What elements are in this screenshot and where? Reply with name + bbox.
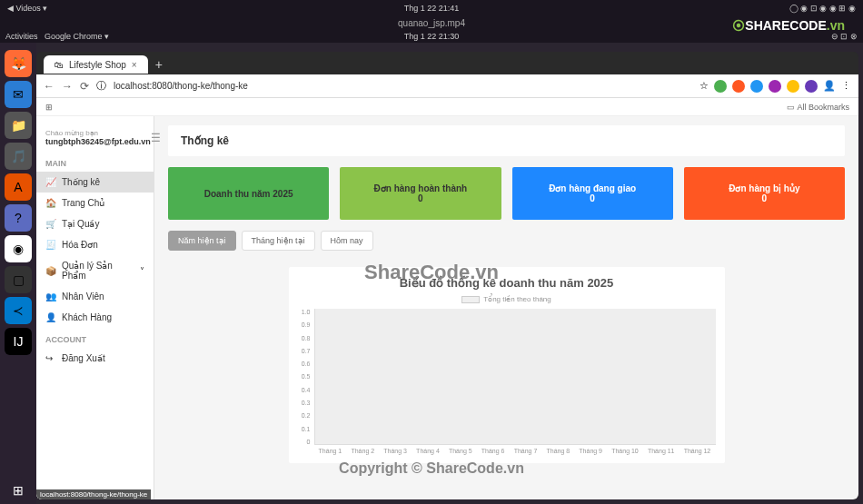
filter-month[interactable]: Tháng hiện tại bbox=[242, 231, 315, 251]
dock-vscode-icon[interactable]: ≺ bbox=[5, 297, 32, 324]
card-shipping[interactable]: Đơn hàng đang giao0 bbox=[512, 167, 673, 220]
url-input[interactable]: localhost:8080/thong-ke/thong-ke bbox=[114, 81, 692, 91]
cart-icon: 🛒 bbox=[45, 219, 56, 229]
customer-icon: 👤 bbox=[45, 312, 56, 322]
receipt-icon: 🧾 bbox=[45, 240, 56, 250]
chart-icon: 📈 bbox=[45, 177, 56, 187]
menu-icon[interactable]: ⋮ bbox=[841, 80, 851, 92]
dock-rhythmbox-icon[interactable]: 🎵 bbox=[5, 143, 32, 170]
chart-container: Biểu đồ thống kê doanh thu năm 2025 Tổng… bbox=[289, 267, 725, 463]
filter-year[interactable]: Năm hiện tại bbox=[168, 231, 236, 251]
chart-legend: Tổng tiền theo tháng bbox=[298, 295, 716, 303]
card-cancel[interactable]: Đơn hàng bị hủy0 bbox=[684, 167, 845, 220]
browser-tab[interactable]: 🛍 Lifestyle Shop × bbox=[44, 55, 148, 74]
top-tray: ◯ ◉ ⊡ ◉ ◉ ⊞ ◉ bbox=[789, 4, 856, 13]
apps-shortcut[interactable]: ⊞ bbox=[45, 103, 53, 112]
chart-title: Biểu đồ thống kê doanh thu năm 2025 bbox=[298, 276, 716, 290]
menu-trangchu[interactable]: 🏠Trang Chủ bbox=[36, 193, 154, 213]
tab-bar: 🛍 Lifestyle Shop × + bbox=[36, 54, 858, 74]
page-title: Thống kê bbox=[168, 125, 845, 156]
staff-icon: 👥 bbox=[45, 292, 56, 301]
activities-label[interactable]: Activities bbox=[5, 32, 38, 41]
star-icon[interactable]: ☆ bbox=[699, 80, 709, 92]
ext-icon-1[interactable] bbox=[714, 80, 727, 93]
back-button[interactable]: ← bbox=[44, 80, 55, 93]
legend-box bbox=[461, 296, 480, 303]
section-account: ACCOUNT bbox=[36, 328, 154, 348]
dock-intellij-icon[interactable]: IJ bbox=[5, 328, 32, 355]
card-revenue[interactable]: Doanh thu năm 2025 bbox=[168, 167, 329, 220]
menu-nhanvien[interactable]: 👥Nhân Viên bbox=[36, 286, 154, 307]
y-axis: 1.00.90.80.70.60.50.40.30.20.10 bbox=[298, 309, 314, 445]
all-bookmarks[interactable]: ▭ All Bookmarks bbox=[787, 103, 849, 112]
watermark-logo: ⦿SHARECODE.vn bbox=[732, 18, 845, 33]
chevron-down-icon: ˅ bbox=[140, 266, 144, 276]
ubuntu-dock: 🦊 ✉ 📁 🎵 A ? ◉ ▢ ≺ IJ ⊞ bbox=[0, 43, 36, 504]
browser-status: localhost:8080/thong-ke/thong-ke bbox=[36, 489, 151, 499]
dock-help-icon[interactable]: ? bbox=[5, 204, 32, 232]
greeting-text: Chào mừng bạn bbox=[45, 129, 151, 137]
reload-button[interactable]: ⟳ bbox=[80, 80, 89, 93]
menu-hoadon[interactable]: 🧾Hóa Đơn bbox=[36, 234, 154, 255]
profile-icon[interactable]: 👤 bbox=[823, 80, 836, 92]
dock-files-icon[interactable]: 📁 bbox=[5, 112, 32, 139]
ext-icon-2[interactable] bbox=[732, 80, 745, 93]
user-email: tungbtph36245@fpt.edu.vn bbox=[45, 137, 151, 146]
menu-dangxuat[interactable]: ↪Đăng Xuất bbox=[36, 348, 154, 369]
dock-chrome-icon[interactable]: ◉ bbox=[5, 235, 32, 262]
menu-thongke[interactable]: 📈Thống kê bbox=[36, 172, 154, 193]
ext-icon-4[interactable] bbox=[769, 80, 781, 93]
window-controls[interactable]: ⊖ ⊡ ⊗ bbox=[831, 32, 858, 41]
dock-software-icon[interactable]: A bbox=[5, 173, 32, 201]
ext-icon-3[interactable] bbox=[750, 80, 763, 93]
extensions: ☆ 👤 ⋮ bbox=[699, 80, 851, 93]
dock-apps-icon[interactable]: ⊞ bbox=[5, 477, 32, 504]
site-info-icon[interactable]: ⓘ bbox=[96, 79, 106, 93]
new-tab-button[interactable]: + bbox=[155, 57, 163, 72]
app-sidebar: Chào mừng bạn tungbtph36245@fpt.edu.vn ☰… bbox=[36, 116, 154, 499]
tab-close-icon[interactable]: × bbox=[132, 60, 137, 70]
tab-title: Lifestyle Shop bbox=[69, 60, 126, 70]
box-icon: 📦 bbox=[45, 266, 56, 276]
inner-time: Thg 1 22 21:30 bbox=[404, 32, 460, 41]
card-done[interactable]: Đơn hàng hoàn thành0 bbox=[340, 167, 501, 220]
tab-favicon: 🛍 bbox=[55, 60, 64, 70]
filter-today[interactable]: Hôm nay bbox=[321, 231, 373, 251]
os-top-bar: ◀ Videos ▾ Thg 1 22 21:41 ◯ ◉ ⊡ ◉ ◉ ⊞ ◉ bbox=[0, 0, 863, 16]
menu-qlsp[interactable]: 📦Quản lý Sản Phẩm˅ bbox=[36, 255, 154, 286]
main-area: Thống kê Doanh thu năm 2025 Đơn hàng hoà… bbox=[154, 116, 858, 499]
chrome-menu[interactable]: Google Chrome ▾ bbox=[45, 32, 109, 41]
logout-icon: ↪ bbox=[45, 353, 56, 363]
chart-grid bbox=[314, 309, 716, 445]
ext-icon-6[interactable] bbox=[805, 80, 818, 93]
ext-icon-5[interactable] bbox=[787, 80, 799, 93]
filter-buttons: Năm hiện tại Tháng hiện tại Hôm nay bbox=[168, 231, 845, 251]
browser-window: 🛍 Lifestyle Shop × + ← → ⟳ ⓘ localhost:8… bbox=[36, 52, 858, 499]
menu-taiquay[interactable]: 🛒Tại Quầy bbox=[36, 213, 154, 234]
dock-thunderbird-icon[interactable]: ✉ bbox=[5, 81, 32, 108]
menu-khachhang[interactable]: 👤Khách Hàng bbox=[36, 307, 154, 328]
dock-terminal-icon[interactable]: ▢ bbox=[5, 266, 32, 293]
section-main: MAIN bbox=[36, 152, 154, 172]
stat-cards: Doanh thu năm 2025 Đơn hàng hoàn thành0 … bbox=[168, 167, 845, 220]
forward-button[interactable]: → bbox=[62, 80, 73, 93]
x-axis: Tháng 1Tháng 2Tháng 3Tháng 4Tháng 5Tháng… bbox=[314, 445, 716, 454]
home-icon: 🏠 bbox=[45, 198, 56, 208]
videos-menu[interactable]: ◀ Videos ▾ bbox=[7, 4, 47, 13]
top-time: Thg 1 22 21:41 bbox=[404, 4, 460, 13]
page-content: Chào mừng bạn tungbtph36245@fpt.edu.vn ☰… bbox=[36, 116, 858, 499]
chart-area: 1.00.90.80.70.60.50.40.30.20.10 bbox=[298, 309, 716, 445]
bookmark-bar: ⊞ ▭ All Bookmarks bbox=[36, 98, 858, 116]
url-bar: ← → ⟳ ⓘ localhost:8080/thong-ke/thong-ke… bbox=[36, 74, 858, 98]
dock-firefox-icon[interactable]: 🦊 bbox=[5, 50, 32, 77]
